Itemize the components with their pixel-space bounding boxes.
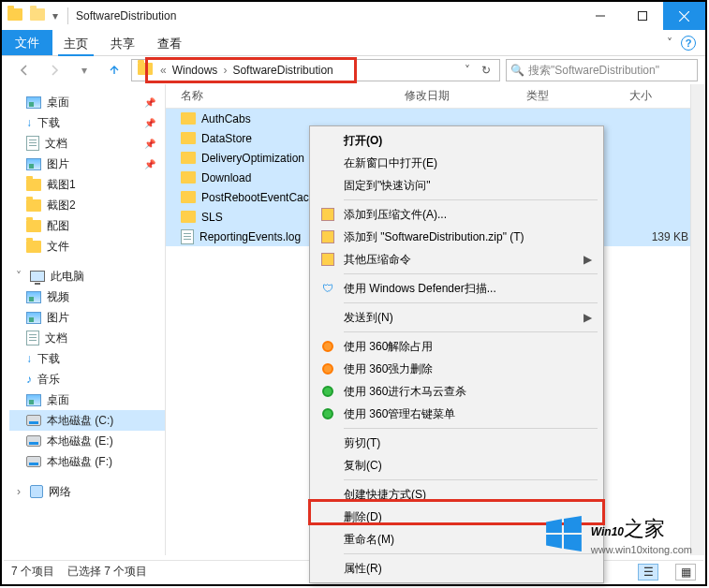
svg-marker-5	[564, 516, 582, 533]
context-menu-item[interactable]: 剪切(T)	[312, 432, 601, 454]
context-menu-item[interactable]: 使用 360强力删除	[312, 358, 601, 380]
nav-forward[interactable]	[41, 59, 67, 81]
nav-pc-item[interactable]: 视频	[9, 287, 165, 307]
col-type[interactable]: 类型	[526, 88, 629, 104]
menu-item-icon	[319, 363, 336, 375]
col-name[interactable]: 名称	[166, 88, 405, 104]
nav-pc-item[interactable]: 本地磁盘 (F:)	[9, 451, 165, 472]
crumb-prefix[interactable]: «	[156, 64, 170, 77]
tab-home[interactable]: 主页	[52, 30, 99, 55]
view-details-button[interactable]: ☰	[638, 564, 658, 581]
context-menu-item[interactable]: 复制(C)	[312, 454, 601, 477]
crumb-sep: ›	[219, 64, 230, 77]
navigation-pane[interactable]: 桌面📌↓下载📌文档📌图片📌截图1截图2配图文件˅此电脑视频图片文档↓下载♪音乐桌…	[2, 84, 166, 555]
nav-quick-item[interactable]: 配图	[9, 215, 165, 236]
nav-pc-item[interactable]: 文档	[9, 328, 165, 348]
svg-marker-4	[546, 519, 562, 533]
nav-pc-item[interactable]: ♪音乐	[9, 369, 165, 390]
context-menu-item[interactable]: 使用 360解除占用	[312, 335, 601, 358]
address-bar[interactable]: « Windows › SoftwareDistribution ˅ ↻	[131, 59, 500, 81]
search-box[interactable]: 🔍	[506, 59, 698, 81]
folder-icon	[7, 8, 22, 23]
watermark: Win10之家 www.win10xitong.com	[544, 513, 692, 556]
crumb-windows[interactable]: Windows	[170, 64, 220, 77]
context-menu-item[interactable]: 属性(R)	[312, 557, 601, 580]
menu-item-icon	[319, 386, 336, 397]
context-menu-item[interactable]: 使用 360管理右键菜单	[312, 403, 601, 425]
nav-pc-item[interactable]: 本地磁盘 (E:)	[9, 431, 165, 451]
address-dropdown[interactable]: ˅	[458, 64, 477, 77]
context-menu-item[interactable]: 打开(O)	[312, 129, 601, 152]
context-menu-item[interactable]: 添加到 "SoftwareDistribution.zip" (T)	[312, 226, 601, 248]
nav-pc-item[interactable]: ↓下载	[9, 348, 165, 369]
close-button[interactable]	[663, 2, 705, 30]
nav-pc-item[interactable]: 本地磁盘 (C:)	[9, 410, 165, 431]
ribbon-collapse[interactable]: ˅	[658, 30, 681, 55]
menu-item-icon	[319, 408, 336, 419]
nav-pc-item[interactable]: 图片	[9, 307, 165, 328]
scrollbar[interactable]	[690, 84, 705, 555]
context-menu-item[interactable]: 添加到压缩文件(A)...	[312, 203, 601, 226]
view-icons-button[interactable]: ▦	[675, 564, 696, 581]
maximize-button[interactable]	[621, 2, 663, 30]
nav-network[interactable]: ›网络	[9, 481, 165, 502]
col-date[interactable]: 修改日期	[405, 88, 526, 104]
tab-view[interactable]: 查看	[146, 30, 193, 55]
address-row: ▾ « Windows › SoftwareDistribution ˅ ↻ 🔍	[2, 56, 705, 84]
crumb-current[interactable]: SoftwareDistribution	[230, 64, 334, 77]
svg-marker-7	[564, 535, 582, 551]
qat-dropdown[interactable]: ▾	[52, 9, 58, 22]
context-menu-item[interactable]: 在新窗口中打开(E)	[312, 152, 601, 174]
refresh-button[interactable]: ↻	[477, 64, 495, 77]
context-menu-item[interactable]: 创建快捷方式(S)	[312, 483, 601, 506]
context-menu-item[interactable]: 发送到(N)▶	[312, 306, 601, 329]
windows-logo-icon	[544, 514, 583, 556]
nav-recent[interactable]: ▾	[71, 59, 97, 81]
nav-back[interactable]	[11, 59, 37, 81]
nav-up[interactable]	[101, 59, 127, 81]
menu-item-icon	[319, 208, 336, 221]
menu-item-icon	[319, 230, 336, 243]
tab-share[interactable]: 共享	[99, 30, 146, 55]
status-selected: 已选择 7 个项目	[67, 564, 147, 580]
nav-quick-item[interactable]: 文件	[9, 236, 165, 257]
folder-icon	[138, 63, 153, 78]
nav-quick-item[interactable]: 图片📌	[9, 154, 165, 174]
column-headers[interactable]: 名称 修改日期 类型 大小	[166, 84, 705, 109]
status-count: 7 个项目	[11, 564, 54, 580]
search-icon: 🔍	[510, 64, 524, 77]
nav-pc-item[interactable]: 桌面	[9, 390, 165, 410]
nav-quick-item[interactable]: 桌面📌	[9, 92, 165, 112]
svg-rect-1	[638, 12, 646, 21]
search-input[interactable]	[528, 64, 693, 77]
nav-quick-item[interactable]: 截图2	[9, 195, 165, 215]
context-menu-item[interactable]: 固定到"快速访问"	[312, 174, 601, 197]
window-title: SoftwareDistribution	[72, 9, 176, 22]
help-button[interactable]: ?	[681, 36, 696, 51]
nav-quick-item[interactable]: ↓下载📌	[9, 112, 165, 133]
nav-quick-item[interactable]: 截图1	[9, 174, 165, 195]
qat-btn[interactable]	[30, 8, 45, 23]
menu-item-icon	[319, 253, 336, 266]
context-menu-item[interactable]: 其他压缩命令▶	[312, 248, 601, 271]
nav-quick-item[interactable]: 文档📌	[9, 133, 165, 154]
ribbon-tabs: 文件 主页 共享 查看 ˅ ?	[2, 30, 705, 56]
file-tab[interactable]: 文件	[2, 30, 52, 55]
minimize-button[interactable]	[579, 2, 621, 30]
menu-item-icon	[319, 341, 336, 352]
context-menu-item[interactable]: 🛡使用 Windows Defender扫描...	[312, 277, 601, 300]
menu-item-icon: 🛡	[319, 282, 336, 295]
context-menu-item[interactable]: 使用 360进行木马云查杀	[312, 380, 601, 403]
nav-this-pc[interactable]: ˅此电脑	[9, 266, 165, 287]
svg-marker-6	[546, 535, 562, 549]
title-bar: ▾ SoftwareDistribution	[2, 2, 705, 30]
